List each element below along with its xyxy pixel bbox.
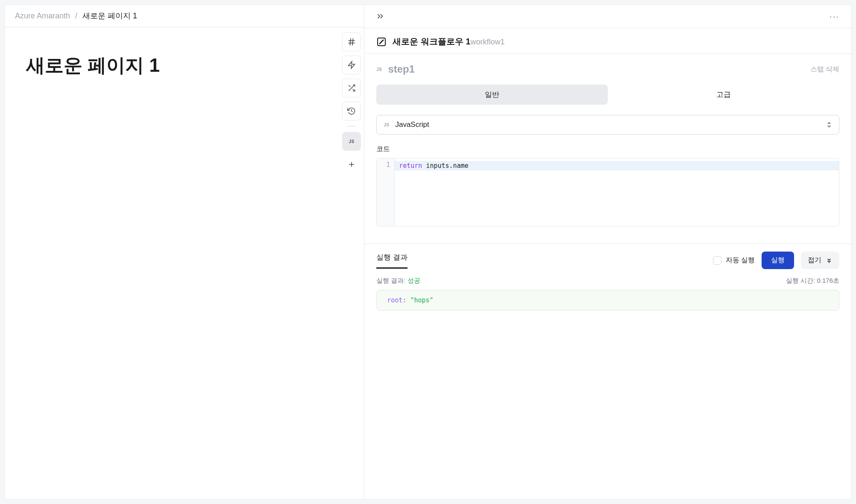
language-name: JavaScript: [395, 120, 429, 129]
tab-general[interactable]: 일반: [376, 85, 608, 105]
line-number: 1: [377, 161, 390, 169]
breadcrumb-current[interactable]: 새로운 페이지 1: [82, 11, 137, 21]
auto-run-toggle[interactable]: 자동 실행: [713, 256, 755, 265]
result-time: 실행 시간: 0.176초: [786, 277, 839, 285]
step-name-input[interactable]: step1: [388, 63, 415, 75]
svg-marker-4: [349, 62, 355, 69]
result-time-value: 0.176초: [817, 277, 839, 284]
result-status-value: 성공: [407, 277, 420, 284]
result-json-value: "hops": [410, 296, 433, 304]
breadcrumb-workspace[interactable]: Azure Amaranth: [15, 12, 70, 21]
workflow-title: 새로운 워크플로우 1: [393, 37, 470, 46]
select-chevrons-icon: [826, 121, 832, 128]
code-gutter: 1: [377, 158, 395, 226]
collapse-result-button[interactable]: 접기: [801, 252, 839, 269]
collapse-panel-button[interactable]: [373, 9, 387, 23]
js-icon: JS: [349, 139, 355, 144]
code-editor[interactable]: 1 return inputs.name: [376, 158, 839, 226]
result-tab[interactable]: 실행 결과: [376, 252, 407, 269]
auto-run-checkbox[interactable]: [713, 256, 721, 265]
result-json-key: root: [387, 296, 402, 304]
result-output: root: "hops": [376, 290, 839, 311]
code-text: inputs.name: [422, 162, 468, 170]
more-options-button[interactable]: ···: [826, 10, 843, 23]
auto-run-label: 자동 실행: [726, 256, 755, 265]
result-time-prefix: 실행 시간:: [786, 277, 817, 284]
history-button[interactable]: [342, 102, 361, 120]
step-type-badge: JS: [376, 67, 382, 72]
tab-advanced[interactable]: 고급: [608, 85, 839, 105]
workflow-id: workflow1: [470, 38, 504, 46]
language-badge: JS: [384, 123, 389, 127]
collapse-result-label: 접기: [808, 256, 821, 265]
result-status-prefix: 실행 결과:: [376, 277, 407, 284]
js-step-button[interactable]: JS: [342, 132, 361, 151]
toolbar-divider: [347, 126, 356, 126]
run-button[interactable]: 실행: [762, 252, 794, 269]
more-icon: ···: [830, 12, 839, 21]
hash-icon: [347, 37, 356, 47]
language-select[interactable]: JS JavaScript: [376, 115, 839, 135]
code-keyword: return: [399, 162, 422, 170]
history-icon: [347, 107, 356, 115]
svg-line-2: [350, 38, 351, 46]
shuffle-icon: [347, 84, 356, 92]
delete-step-button[interactable]: 스텝 삭제: [810, 65, 839, 74]
hash-button[interactable]: [342, 32, 361, 51]
code-body: return inputs.name: [395, 158, 839, 226]
code-label: 코드: [376, 145, 839, 154]
svg-line-7: [349, 85, 351, 87]
add-step-button[interactable]: [342, 155, 361, 174]
breadcrumb-separator: /: [75, 12, 77, 21]
bolt-icon: [347, 61, 356, 69]
workflow-icon: [376, 37, 387, 47]
shuffle-button[interactable]: [342, 79, 361, 97]
bolt-button[interactable]: [342, 56, 361, 74]
chevrons-right-icon: [375, 12, 385, 21]
toolbar: JS: [339, 27, 364, 499]
breadcrumb: Azure Amaranth / 새로운 페이지 1: [5, 5, 364, 27]
result-status: 실행 결과: 성공: [376, 277, 420, 285]
svg-line-3: [352, 38, 353, 46]
plus-icon: [347, 160, 356, 169]
chevrons-down-icon: [826, 257, 833, 264]
page-title: 새로운 페이지 1: [26, 53, 318, 78]
